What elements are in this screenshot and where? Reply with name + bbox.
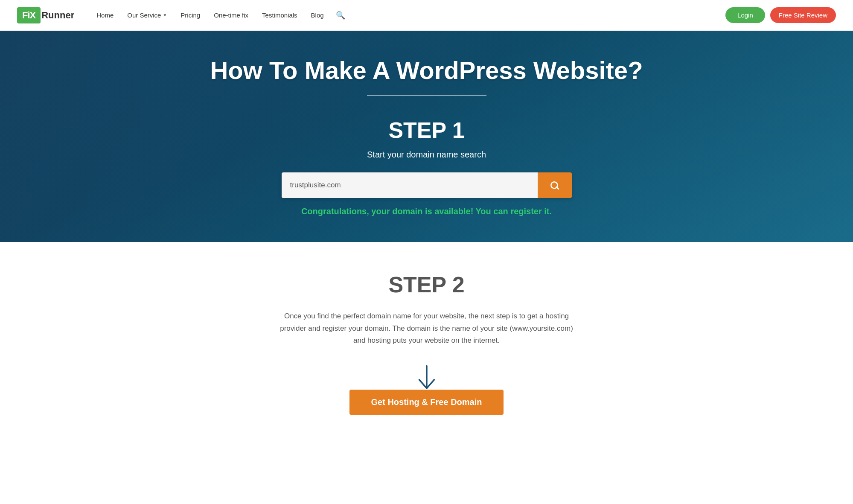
nav-item-testimonials[interactable]: Testimonials xyxy=(257,8,303,22)
domain-search-button[interactable] xyxy=(538,172,572,198)
nav-item-one-time-fix[interactable]: One-time fix xyxy=(209,8,253,22)
step2-section: STEP 2 Once you find the perfect domain … xyxy=(0,242,853,449)
nav-item-our-service[interactable]: Our Service ▼ xyxy=(122,8,172,22)
search-icon xyxy=(550,180,560,190)
search-bar-wrapper xyxy=(282,172,572,198)
step2-description: Once you find the perfect domain name fo… xyxy=(277,310,576,347)
nav-item-blog[interactable]: Blog xyxy=(306,8,329,22)
domain-availability-message: Congratulations, your domain is availabl… xyxy=(17,207,836,216)
nav-right: Login Free Site Review xyxy=(725,7,836,23)
nav-item-pricing[interactable]: Pricing xyxy=(175,8,205,22)
step1-description: Start your domain name search xyxy=(17,150,836,160)
hero-divider xyxy=(367,95,486,96)
nav-item-home[interactable]: Home xyxy=(91,8,119,22)
login-button[interactable]: Login xyxy=(725,7,765,23)
step1-label: STEP 1 xyxy=(17,117,836,143)
nav-links: Home Our Service ▼ Pricing One-time fix … xyxy=(91,7,725,23)
domain-search-input[interactable] xyxy=(282,172,538,198)
hero-section: How To Make A WordPress Website? STEP 1 … xyxy=(0,31,853,242)
logo-fix: FiX xyxy=(17,7,41,23)
logo-runner: Runner xyxy=(41,10,74,21)
step2-label: STEP 2 xyxy=(17,272,836,297)
hero-title: How To Make A WordPress Website? xyxy=(17,56,836,85)
navbar: FiX Runner Home Our Service ▼ Pricing On… xyxy=(0,0,853,31)
search-icon[interactable]: 🔍 xyxy=(332,7,349,23)
logo[interactable]: FiX Runner xyxy=(17,7,74,23)
free-site-review-button[interactable]: Free Site Review xyxy=(770,7,836,23)
get-hosting-button[interactable]: Get Hosting & Free Domain xyxy=(349,390,503,415)
search-bar-container xyxy=(17,172,836,198)
our-service-dropdown-arrow: ▼ xyxy=(163,13,167,17)
